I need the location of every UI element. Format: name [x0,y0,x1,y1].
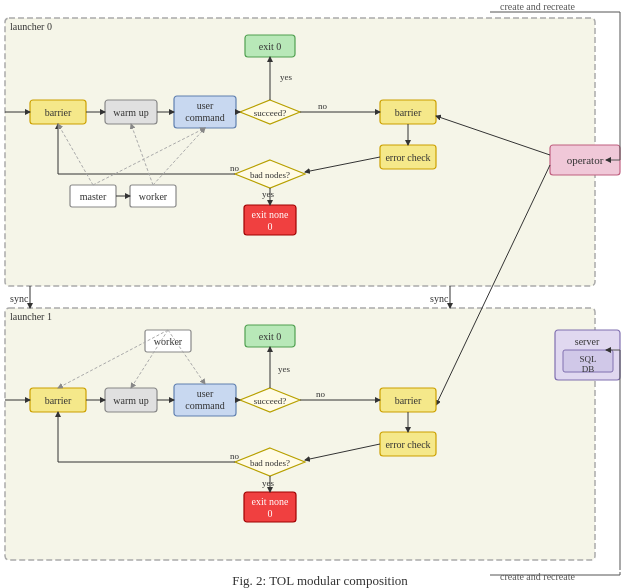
svg-text:succeed?: succeed? [254,108,286,118]
svg-text:yes: yes [262,478,274,488]
sync-right-label: sync [430,293,449,304]
svg-text:command: command [185,400,224,411]
svg-text:no: no [230,451,240,461]
svg-text:no: no [230,163,240,173]
svg-text:0: 0 [268,221,273,232]
create-recreate-top-label: create and recreate [500,1,575,12]
launcher0-label: launcher 0 [10,21,52,32]
svg-text:barrier: barrier [45,395,72,406]
caption: Fig. 2: TOL modular composition [232,573,408,588]
svg-text:warm up: warm up [113,107,148,118]
svg-text:operator: operator [567,154,604,166]
svg-text:yes: yes [262,189,274,199]
svg-text:user: user [197,100,214,111]
svg-text:user: user [197,388,214,399]
svg-text:succeed?: succeed? [254,396,286,406]
launcher1-box [5,308,595,560]
svg-text:yes: yes [280,72,292,82]
svg-text:exit 0: exit 0 [259,331,282,342]
create-recreate-bottom-label: create and recreate [500,571,575,582]
svg-text:error check: error check [385,439,430,450]
svg-text:warm up: warm up [113,395,148,406]
svg-text:exit 0: exit 0 [259,41,282,52]
svg-text:server: server [575,336,600,347]
svg-text:yes: yes [278,364,290,374]
svg-text:error check: error check [385,152,430,163]
svg-text:barrier: barrier [395,395,422,406]
svg-text:worker: worker [154,336,183,347]
svg-text:command: command [185,112,224,123]
launcher0-box [5,18,595,286]
svg-text:0: 0 [268,508,273,519]
svg-text:bad nodes?: bad nodes? [250,170,290,180]
svg-text:bad nodes?: bad nodes? [250,458,290,468]
svg-text:DB: DB [582,364,595,374]
launcher1-label: launcher 1 [10,311,52,322]
svg-text:no: no [316,389,326,399]
svg-text:exit none: exit none [252,209,289,220]
svg-text:barrier: barrier [45,107,72,118]
svg-text:no: no [318,101,328,111]
svg-text:barrier: barrier [395,107,422,118]
svg-text:master: master [80,191,107,202]
svg-text:SQL: SQL [579,354,596,364]
diagram-container: create and recreate create and recreate … [0,0,640,588]
svg-text:worker: worker [139,191,168,202]
svg-text:exit none: exit none [252,496,289,507]
sync-left-label: sync [10,293,29,304]
